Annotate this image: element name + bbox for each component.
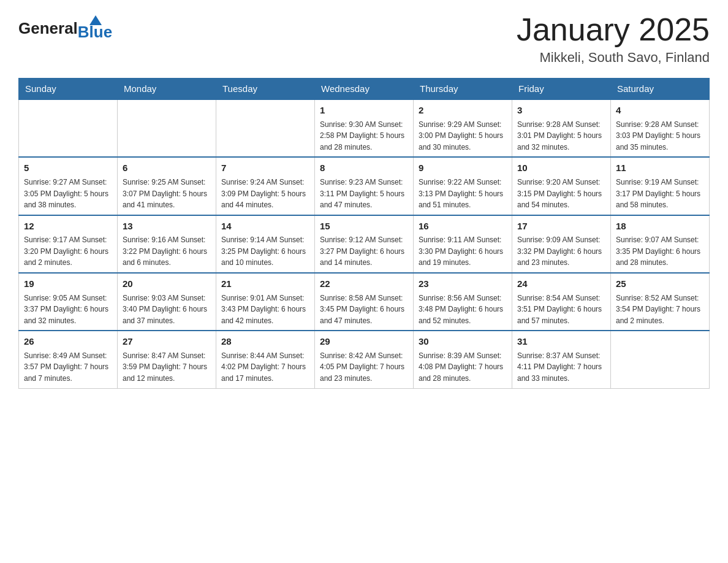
day-info: Sunrise: 8:56 AM Sunset: 3:48 PM Dayligh… xyxy=(419,293,507,327)
day-info: Sunrise: 9:14 AM Sunset: 3:25 PM Dayligh… xyxy=(221,234,309,269)
calendar-day-cell: 25Sunrise: 8:52 AM Sunset: 3:54 PM Dayli… xyxy=(611,273,710,331)
day-number: 5 xyxy=(24,161,112,175)
day-of-week-header: Sunday xyxy=(19,79,118,100)
calendar-day-cell: 19Sunrise: 9:05 AM Sunset: 3:37 PM Dayli… xyxy=(19,273,118,331)
day-info: Sunrise: 8:39 AM Sunset: 4:08 PM Dayligh… xyxy=(419,350,507,385)
day-info: Sunrise: 9:28 AM Sunset: 3:01 PM Dayligh… xyxy=(517,119,605,153)
day-number: 8 xyxy=(320,161,408,175)
calendar-day-cell: 11Sunrise: 9:19 AM Sunset: 3:17 PM Dayli… xyxy=(611,157,710,215)
calendar-header-row: SundayMondayTuesdayWednesdayThursdayFrid… xyxy=(19,79,710,100)
day-number: 27 xyxy=(123,335,211,349)
calendar-day-cell: 22Sunrise: 8:58 AM Sunset: 3:45 PM Dayli… xyxy=(315,273,414,331)
day-info: Sunrise: 8:52 AM Sunset: 3:54 PM Dayligh… xyxy=(616,293,704,327)
day-info: Sunrise: 9:20 AM Sunset: 3:15 PM Dayligh… xyxy=(517,177,605,211)
day-of-week-header: Thursday xyxy=(414,79,512,100)
calendar-day-cell: 26Sunrise: 8:49 AM Sunset: 3:57 PM Dayli… xyxy=(19,331,118,388)
page-header: General Blue January 2025 Mikkeli, South… xyxy=(18,12,710,66)
calendar-day-cell xyxy=(216,99,315,157)
day-info: Sunrise: 9:03 AM Sunset: 3:40 PM Dayligh… xyxy=(123,293,211,327)
calendar-day-cell xyxy=(611,331,710,388)
calendar-day-cell: 27Sunrise: 8:47 AM Sunset: 3:59 PM Dayli… xyxy=(118,331,216,388)
calendar-day-cell: 31Sunrise: 8:37 AM Sunset: 4:11 PM Dayli… xyxy=(512,331,611,388)
day-number: 16 xyxy=(419,220,507,234)
day-number: 6 xyxy=(123,161,211,175)
calendar-day-cell: 7Sunrise: 9:24 AM Sunset: 3:09 PM Daylig… xyxy=(216,157,315,215)
day-number: 10 xyxy=(517,161,605,175)
day-number: 13 xyxy=(123,220,211,234)
calendar-day-cell: 30Sunrise: 8:39 AM Sunset: 4:08 PM Dayli… xyxy=(414,331,512,388)
calendar-day-cell: 12Sunrise: 9:17 AM Sunset: 3:20 PM Dayli… xyxy=(19,215,118,273)
logo: General Blue xyxy=(18,12,112,42)
day-info: Sunrise: 8:58 AM Sunset: 3:45 PM Dayligh… xyxy=(320,293,408,327)
calendar-day-cell: 18Sunrise: 9:07 AM Sunset: 3:35 PM Dayli… xyxy=(611,215,710,273)
day-of-week-header: Monday xyxy=(118,79,216,100)
day-number: 2 xyxy=(419,104,507,118)
logo-general-text: General xyxy=(18,19,78,38)
day-number: 25 xyxy=(616,277,704,291)
calendar-week-row: 12Sunrise: 9:17 AM Sunset: 3:20 PM Dayli… xyxy=(19,215,710,273)
day-number: 4 xyxy=(616,104,704,118)
day-info: Sunrise: 8:44 AM Sunset: 4:02 PM Dayligh… xyxy=(221,350,309,385)
day-number: 26 xyxy=(24,335,112,349)
calendar-day-cell: 21Sunrise: 9:01 AM Sunset: 3:43 PM Dayli… xyxy=(216,273,315,331)
calendar-day-cell: 6Sunrise: 9:25 AM Sunset: 3:07 PM Daylig… xyxy=(118,157,216,215)
calendar-day-cell: 8Sunrise: 9:23 AM Sunset: 3:11 PM Daylig… xyxy=(315,157,414,215)
day-number: 28 xyxy=(221,335,309,349)
calendar-day-cell: 16Sunrise: 9:11 AM Sunset: 3:30 PM Dayli… xyxy=(414,215,512,273)
day-number: 22 xyxy=(320,277,408,291)
day-info: Sunrise: 9:23 AM Sunset: 3:11 PM Dayligh… xyxy=(320,177,408,211)
day-number: 18 xyxy=(616,220,704,234)
day-info: Sunrise: 8:47 AM Sunset: 3:59 PM Dayligh… xyxy=(123,350,211,385)
day-number: 23 xyxy=(419,277,507,291)
calendar-day-cell xyxy=(118,99,216,157)
logo-blue-text: Blue xyxy=(78,23,112,42)
day-number: 7 xyxy=(221,161,309,175)
day-number: 1 xyxy=(320,104,408,118)
day-info: Sunrise: 9:12 AM Sunset: 3:27 PM Dayligh… xyxy=(320,234,408,269)
location-text: Mikkeli, South Savo, Finland xyxy=(517,50,710,66)
day-of-week-header: Tuesday xyxy=(216,79,315,100)
day-info: Sunrise: 9:11 AM Sunset: 3:30 PM Dayligh… xyxy=(419,234,507,269)
day-number: 3 xyxy=(517,104,605,118)
day-of-week-header: Friday xyxy=(512,79,611,100)
day-number: 14 xyxy=(221,220,309,234)
day-info: Sunrise: 9:19 AM Sunset: 3:17 PM Dayligh… xyxy=(616,177,704,211)
calendar-day-cell: 9Sunrise: 9:22 AM Sunset: 3:13 PM Daylig… xyxy=(414,157,512,215)
day-number: 12 xyxy=(24,220,112,234)
day-number: 9 xyxy=(419,161,507,175)
day-number: 20 xyxy=(123,277,211,291)
day-info: Sunrise: 9:25 AM Sunset: 3:07 PM Dayligh… xyxy=(123,177,211,211)
day-info: Sunrise: 9:09 AM Sunset: 3:32 PM Dayligh… xyxy=(517,234,605,269)
calendar-day-cell: 24Sunrise: 8:54 AM Sunset: 3:51 PM Dayli… xyxy=(512,273,611,331)
day-number: 30 xyxy=(419,335,507,349)
day-info: Sunrise: 9:01 AM Sunset: 3:43 PM Dayligh… xyxy=(221,293,309,327)
calendar-day-cell: 10Sunrise: 9:20 AM Sunset: 3:15 PM Dayli… xyxy=(512,157,611,215)
day-info: Sunrise: 9:16 AM Sunset: 3:22 PM Dayligh… xyxy=(123,234,211,269)
day-info: Sunrise: 9:07 AM Sunset: 3:35 PM Dayligh… xyxy=(616,234,704,269)
day-number: 17 xyxy=(517,220,605,234)
day-info: Sunrise: 9:22 AM Sunset: 3:13 PM Dayligh… xyxy=(419,177,507,211)
calendar-week-row: 5Sunrise: 9:27 AM Sunset: 3:05 PM Daylig… xyxy=(19,157,710,215)
calendar-day-cell: 14Sunrise: 9:14 AM Sunset: 3:25 PM Dayli… xyxy=(216,215,315,273)
day-info: Sunrise: 8:42 AM Sunset: 4:05 PM Dayligh… xyxy=(320,350,408,385)
calendar-day-cell: 15Sunrise: 9:12 AM Sunset: 3:27 PM Dayli… xyxy=(315,215,414,273)
calendar-day-cell: 29Sunrise: 8:42 AM Sunset: 4:05 PM Dayli… xyxy=(315,331,414,388)
day-info: Sunrise: 8:54 AM Sunset: 3:51 PM Dayligh… xyxy=(517,293,605,327)
calendar-day-cell: 3Sunrise: 9:28 AM Sunset: 3:01 PM Daylig… xyxy=(512,99,611,157)
day-of-week-header: Saturday xyxy=(611,79,710,100)
day-number: 19 xyxy=(24,277,112,291)
day-number: 11 xyxy=(616,161,704,175)
day-info: Sunrise: 9:30 AM Sunset: 2:58 PM Dayligh… xyxy=(320,119,408,153)
day-info: Sunrise: 9:17 AM Sunset: 3:20 PM Dayligh… xyxy=(24,234,112,269)
title-section: January 2025 Mikkeli, South Savo, Finlan… xyxy=(517,12,710,66)
calendar-day-cell xyxy=(19,99,118,157)
calendar-day-cell: 23Sunrise: 8:56 AM Sunset: 3:48 PM Dayli… xyxy=(414,273,512,331)
day-number: 15 xyxy=(320,220,408,234)
calendar-day-cell: 4Sunrise: 9:28 AM Sunset: 3:03 PM Daylig… xyxy=(611,99,710,157)
calendar-day-cell: 1Sunrise: 9:30 AM Sunset: 2:58 PM Daylig… xyxy=(315,99,414,157)
calendar-table: SundayMondayTuesdayWednesdayThursdayFrid… xyxy=(18,78,710,388)
calendar-day-cell: 13Sunrise: 9:16 AM Sunset: 3:22 PM Dayli… xyxy=(118,215,216,273)
day-of-week-header: Wednesday xyxy=(315,79,414,100)
day-info: Sunrise: 9:28 AM Sunset: 3:03 PM Dayligh… xyxy=(616,119,704,153)
day-info: Sunrise: 8:49 AM Sunset: 3:57 PM Dayligh… xyxy=(24,350,112,385)
